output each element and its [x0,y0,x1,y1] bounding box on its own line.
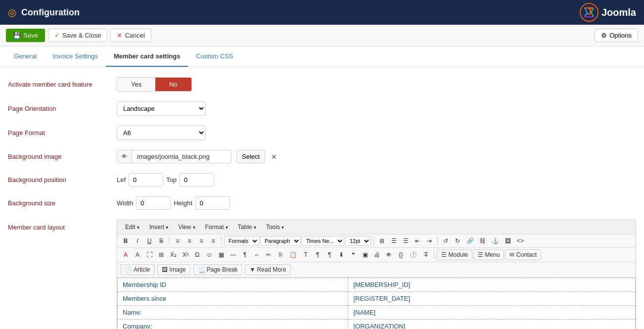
download-button[interactable]: ⬇ [336,250,347,259]
indent-right-button[interactable]: ⇥ [424,236,435,245]
align-right-button[interactable]: ≡ [196,236,207,245]
image-icon: 🖼 [162,266,168,273]
activate-member-card-row: Activate member card feature Yes No [8,77,636,92]
toolbar: 💾 Save Save & Close Cancel Options [0,25,644,47]
contact-button[interactable]: ✉ Contact [505,249,541,260]
top-label: Top [166,176,177,184]
bg-color-button[interactable]: A [132,250,143,259]
read-more-icon: ▼ [249,266,255,273]
copy-button[interactable]: ⎘ [275,250,286,259]
page-orientation-select[interactable]: Landscape Portrait [117,101,206,116]
save-close-button[interactable]: Save & Close [48,29,108,42]
pilcrow-button[interactable]: ⌐ [251,250,262,259]
top-input[interactable] [180,173,214,187]
image-insert-button[interactable]: 🖼 Image [157,264,190,275]
link-button[interactable]: 🔗 [464,236,476,245]
redo-button[interactable]: ↻ [452,236,463,245]
font-select[interactable]: Times Ne... [302,236,344,246]
eye-icon[interactable]: 👁 [117,150,132,163]
insert-media-button[interactable]: ▦ [216,250,227,259]
read-more-button[interactable]: ▼ Read More [245,264,290,275]
menu-insert[interactable]: Insert ▾ [145,222,172,232]
list-unordered-button[interactable]: ☰ [388,236,399,245]
align-center-button[interactable]: ≡ [184,236,195,245]
tab-member-card-settings[interactable]: Member card settings [106,47,188,67]
cancel-button[interactable]: Cancel [110,29,151,42]
code-button[interactable]: <> [514,236,526,245]
page-format-select[interactable]: A4 A5 A6 Letter [117,126,206,140]
page-orientation-control: Landscape Portrait [117,101,206,116]
bg-image-clear-button[interactable]: ✕ [268,152,280,162]
special-chars-button[interactable]: Ω [192,250,203,259]
superscript-button[interactable]: X² [180,250,191,259]
anchor-button[interactable]: ⚓ [489,236,502,245]
paste-text-button[interactable]: T [300,250,311,259]
members-since-label: Members since [118,292,348,306]
fullscreen-button[interactable]: ⛶ [144,250,155,259]
tab-general[interactable]: General [6,47,45,67]
editor-container: Edit ▾ Insert ▾ View ▾ Format ▾ Table ▾ … [117,220,636,329]
preview-button[interactable]: 👁 [383,250,394,259]
align-left2-button[interactable]: ¶ [312,250,323,259]
page-format-row: Page Format A4 A5 A6 Letter [8,126,636,140]
no-button[interactable]: No [155,78,191,91]
indent-left-button[interactable]: ⇤ [412,236,423,245]
menu-view[interactable]: View ▾ [174,222,199,232]
module-button[interactable]: ☰ Module [437,249,472,260]
align-left-button[interactable]: ≡ [172,236,183,245]
page-break-button[interactable]: 📃 Page Break [193,264,242,275]
bold-button[interactable]: B [120,236,131,245]
paste-button[interactable]: 📋 [287,250,299,259]
name-value: [NAME] [348,306,636,320]
emoticons-button[interactable]: ☺ [204,250,215,259]
unlink-button[interactable]: ⛓ [477,236,488,245]
check-icon [54,32,60,39]
view-arrow: ▾ [193,225,195,230]
paragraph-select[interactable]: Paragraph [260,236,301,246]
font-color-button[interactable]: A [120,250,131,259]
menu-nav-button[interactable]: ☰ Menu [473,249,504,260]
subscript-button[interactable]: X₂ [168,250,179,259]
strikethrough-button[interactable]: S [156,236,167,245]
blockquote-button[interactable]: ❝ [348,250,359,259]
clear-button[interactable]: T̶ [420,250,431,259]
hr-button[interactable]: — [228,250,238,259]
tab-invoice-settings[interactable]: Invoice Settings [45,47,106,67]
toggle-button[interactable]: ▣ [360,250,370,259]
formats-select[interactable]: Formats [224,236,259,246]
italic-button[interactable]: I [132,236,143,245]
left-label: Lef [117,176,126,184]
bg-image-control: 👁 images/joomla_black.png Select ✕ [117,150,280,163]
height-input[interactable] [195,196,230,210]
menu-table[interactable]: Table ▾ [234,222,260,232]
menu-edit[interactable]: Edit ▾ [121,222,143,232]
clock-button[interactable]: 🕐 [407,250,419,259]
align-right2-button[interactable]: ¶ [324,250,335,259]
cut-button[interactable]: ✂ [263,250,274,259]
left-input[interactable] [129,173,163,187]
underline-button[interactable]: U [144,236,155,245]
table-arrow: ▾ [254,225,256,230]
name-label: Name: [118,306,348,320]
width-input[interactable] [136,196,171,210]
options-button[interactable]: Options [595,29,638,42]
tools-arrow: ▾ [281,225,284,230]
tab-custom-css[interactable]: Custom CSS [188,47,241,67]
braces-button[interactable]: {} [395,250,406,259]
save-button[interactable]: 💾 Save [6,29,45,42]
image-button[interactable]: 🖼 [503,236,513,245]
yes-button[interactable]: Yes [117,78,155,91]
table-layout-button[interactable]: ⊞ [156,250,167,259]
menu-format[interactable]: Format ▾ [201,222,232,232]
menu-tools[interactable]: Tools ▾ [262,222,288,232]
tabs: General Invoice Settings Member card set… [0,47,644,67]
undo-button[interactable]: ↺ [440,236,451,245]
bg-image-select-button[interactable]: Select [236,150,265,163]
align-justify-button[interactable]: ≡ [208,236,219,245]
paragraph-mark-button[interactable]: ¶ [239,250,250,259]
size-select[interactable]: 12pt [345,236,371,246]
list-ordered-button[interactable]: ☰ [400,236,411,245]
print-button[interactable]: 🖨 [371,250,382,259]
article-button[interactable]: 📄 Article [120,264,154,275]
table-insert-button[interactable]: ⊞ [376,236,387,245]
